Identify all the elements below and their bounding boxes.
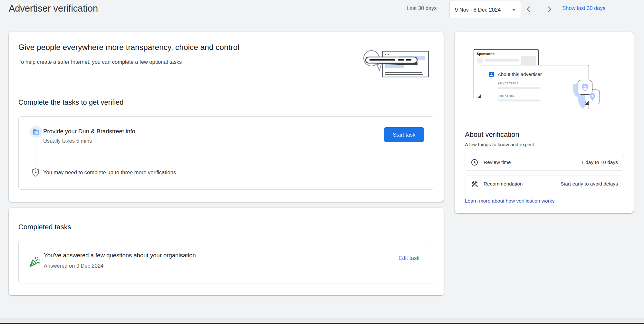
verification-card: Give people everywhere more transparency… [9, 32, 444, 202]
party-popper-icon [28, 254, 42, 270]
verified-shield-chip [578, 80, 592, 95]
recommendation-row: Recommendation Start early to avoid dela… [465, 176, 624, 192]
page-title: Advertiser verification [9, 3, 98, 14]
task-duration: Usually takes 5 mins [43, 138, 92, 144]
advertiser-value-placeholder [498, 87, 541, 89]
task-timeline-connector [36, 141, 36, 166]
advertiser-panel-illustration: Sponsored About this advertiser ADVERTIS… [455, 45, 634, 132]
location-value-placeholder [498, 100, 541, 101]
date-range-selector[interactable]: 9 Nov - 8 Dec 2024 [449, 1, 521, 18]
chevron-left-icon [527, 6, 533, 12]
tasks-section-title: Complete the tasks to get verified [18, 98, 124, 107]
show-last-30-days-link[interactable]: Show last 30 days [562, 5, 605, 11]
about-verification-subtitle: A few things to know and expect [465, 142, 534, 147]
previous-period-button[interactable] [523, 3, 535, 15]
completed-task-title: You've answered a few questions about yo… [44, 252, 196, 259]
viewport-bottom-edge [0, 323, 644, 324]
learn-more-link[interactable]: Learn more about how verification works [465, 198, 554, 204]
thumbnail-placeholder [521, 56, 536, 66]
chevron-down-icon [512, 9, 516, 11]
chevron-right-icon [545, 6, 551, 12]
start-task-button[interactable]: Start task [384, 127, 424, 142]
search-browser-illustration [361, 47, 431, 80]
verification-subheadline: To help create a safer Internet, you can… [18, 59, 182, 65]
sponsored-label: Sponsored [477, 52, 495, 56]
building-icon [30, 126, 42, 138]
clock-icon [471, 158, 478, 166]
tasks-container: Provide your Dun & Bradstreet info Usual… [18, 116, 433, 190]
completed-task-date: Answered on 9 Dec 2024 [44, 263, 103, 269]
review-time-row: Review time 1 day to 10 days [465, 154, 624, 171]
about-verification-card: Sponsored About this advertiser ADVERTIS… [455, 32, 634, 213]
text-placeholder [485, 59, 519, 62]
panel-title: About this advertiser [498, 71, 542, 77]
favicon-placeholder [477, 58, 483, 64]
date-range-value: 9 Nov - 8 Dec 2024 [455, 7, 501, 13]
chip-fold [585, 101, 589, 105]
verification-headline: Give people everywhere more transparency… [18, 43, 239, 52]
completed-task-container: You've answered a few questions about yo… [18, 240, 433, 283]
completed-tasks-card: Completed tasks You've answered a few qu… [9, 208, 444, 295]
task-title: Provide your Dun & Bradstreet info [43, 128, 135, 135]
edit-task-button[interactable]: Edit task [399, 255, 419, 262]
review-time-label: Review time [484, 159, 511, 165]
completed-section-title: Completed tasks [18, 223, 71, 231]
bottom-band [0, 318, 644, 323]
advertiser-field-label: ADVERTISER [498, 82, 519, 85]
about-verification-title: About verification [465, 130, 519, 139]
review-time-value: 1 day to 10 days [581, 159, 618, 165]
location-field-label: LOCATION [498, 94, 515, 98]
more-verifications-note: You may need to complete up to three mor… [43, 169, 176, 176]
shield-lock-icon [32, 168, 40, 178]
next-period-button[interactable] [543, 3, 555, 15]
recommendation-value: Start early to avoid delays [561, 181, 618, 187]
tools-icon [471, 180, 478, 188]
date-range-label: Last 30 days [407, 5, 437, 11]
recommendation-label: Recommendation [484, 181, 523, 187]
account-box-icon [488, 71, 495, 79]
